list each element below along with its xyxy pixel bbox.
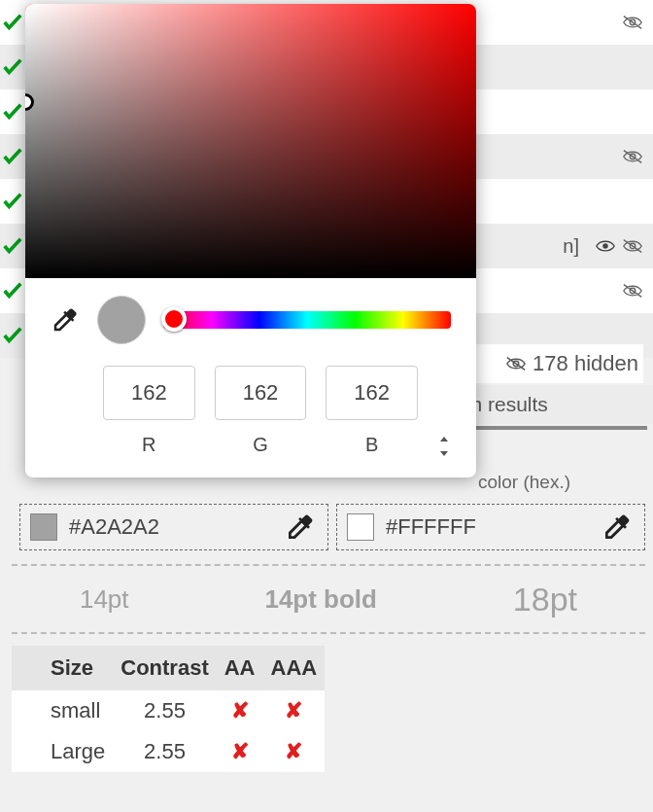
foreground-color-box[interactable]: #A2A2A2 [19, 504, 328, 550]
check-icon [2, 325, 23, 346]
check-icon [2, 56, 23, 78]
fail-icon: ✘ [231, 698, 249, 723]
check-icon [2, 235, 23, 257]
sv-cursor[interactable] [25, 93, 34, 111]
contrast-table: Size Contrast AA AAA small 2.55 ✘ ✘ Larg… [12, 646, 325, 772]
bg-chip [347, 513, 374, 541]
blue-label: B [365, 434, 378, 456]
check-icon [2, 12, 23, 33]
hidden-count-label: 178 hidden [533, 351, 638, 376]
eyedropper-button[interactable] [51, 305, 80, 335]
green-input[interactable] [215, 366, 307, 420]
color-hex-label: color (hex.) [478, 472, 570, 493]
eye-slash-icon [505, 355, 527, 372]
cell-contrast: 2.55 [113, 690, 216, 731]
font-size-preview: 14pt 14pt bold 18pt [12, 564, 645, 634]
cell-size: Large [12, 731, 113, 772]
fg-eyedropper-button[interactable] [285, 512, 318, 543]
hue-slider[interactable] [163, 311, 451, 329]
preview-14pt-bold: 14pt bold [264, 584, 377, 615]
hidden-count[interactable]: 178 hidden [457, 344, 643, 383]
eye-slash-icon[interactable] [622, 148, 643, 165]
cell-contrast: 2.55 [113, 731, 216, 772]
row-text-fragment: n] [563, 235, 579, 258]
red-input[interactable] [103, 366, 195, 420]
svg-point-2 [602, 243, 608, 249]
th-contrast: Contrast [113, 646, 216, 690]
th-aaa: AAA [263, 646, 326, 690]
color-picker-popup: R G B [25, 4, 476, 477]
table-row: Large 2.55 ✘ ✘ [12, 731, 325, 772]
th-aa: AA [217, 646, 263, 690]
saturation-value-panel[interactable] [25, 4, 476, 278]
preview-14pt: 14pt [80, 584, 129, 615]
fg-chip [30, 513, 57, 541]
fg-hex-value: #A2A2A2 [69, 514, 159, 540]
check-icon [2, 280, 23, 301]
current-color-swatch [97, 296, 146, 344]
fail-icon: ✘ [231, 739, 249, 763]
check-icon [2, 146, 23, 167]
fail-icon: ✘ [285, 739, 302, 763]
background-color-box[interactable]: #FFFFFF [336, 504, 645, 550]
eye-slash-icon[interactable] [622, 14, 643, 31]
eye-slash-icon[interactable] [622, 237, 643, 255]
green-label: G [253, 434, 268, 456]
eye-slash-icon[interactable] [622, 282, 643, 300]
check-icon [2, 101, 23, 123]
bg-eyedropper-button[interactable] [601, 512, 635, 543]
blue-input[interactable] [326, 366, 418, 420]
color-mode-toggle[interactable] [437, 437, 451, 456]
fail-icon: ✘ [285, 698, 302, 723]
th-size: Size [12, 646, 113, 690]
refresh-results[interactable]: sh results [457, 385, 653, 424]
cell-size: small [12, 690, 113, 731]
red-label: R [142, 434, 155, 456]
eye-icon[interactable] [595, 237, 616, 255]
bg-hex-value: #FFFFFF [386, 514, 476, 540]
check-icon [2, 191, 23, 212]
table-row: small 2.55 ✘ ✘ [12, 690, 325, 731]
hue-handle[interactable] [161, 306, 187, 332]
preview-18pt: 18pt [513, 581, 577, 618]
